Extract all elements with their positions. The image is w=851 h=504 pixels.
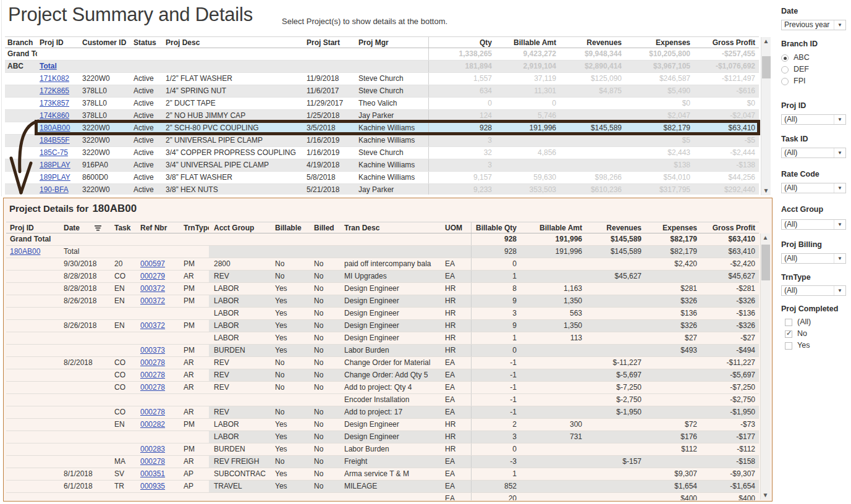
table-row[interactable]: 172K865378LL0Active1/4” SPRING NUT11/6/2… [5,85,759,98]
table-row[interactable]: 190-BFA3220W0Active3/8” HEX NUTS5/21/201… [5,184,759,195]
chevron-down-icon[interactable]: ▼ [834,115,845,124]
chevron-down-icon[interactable]: ▼ [834,148,845,158]
link-ref_nbr[interactable]: 000372 [140,284,165,293]
table-row[interactable]: 000373PMBURDENYesNoLabor BurdenHR0$493-$… [6,345,759,357]
link-proj_id[interactable]: 173K857 [40,99,69,107]
link-ref_nbr[interactable]: 000283 [140,445,165,453]
link-proj_id[interactable]: 171K082 [40,74,69,83]
link-ref_nbr[interactable]: 000372 [140,296,165,305]
scroll-down-icon[interactable]: ▼ [761,187,771,195]
table-row[interactable]: 000283PMBURDENYesNoLabor BurdenHR0$112-$… [6,443,759,456]
table-row[interactable]: Encoder InstallationEA-1$-2,750-$2,750 [6,394,759,406]
column-header-date[interactable]: Date [62,222,110,233]
table-row[interactable]: LABORYesNoDesign EngineerHR3563$136-$136 [6,308,759,320]
column-header-expenses[interactable]: Expenses [625,37,694,48]
column-header-revenues[interactable]: Revenues [560,37,625,48]
chevron-down-icon[interactable]: ▼ [834,286,845,295]
filter-proj-billing-select[interactable]: (All) ▼ [781,253,846,264]
column-header-acct_group[interactable]: Acct Group [209,222,272,233]
table-row[interactable]: 8/2/2018CO000278ARREVNoNoChange Order fo… [6,357,759,369]
table-row[interactable]: CO000278ARREVNoNoChange Order: Add Qty 5… [6,369,759,382]
table-row[interactable]: 8/1/2018SV000351APSUBCONTRACYesNoArma se… [6,468,759,481]
column-header-proj_id[interactable]: Proj ID [6,222,62,233]
column-header-trntype[interactable]: TrnType [179,222,209,233]
table-row[interactable]: CO000278ARREVNoNoAdd to project: 17EA-1$… [6,406,759,419]
table-row[interactable]: EN000282PMLABORYesNoDesign EngineerHR230… [6,419,759,431]
filter-trntype-select[interactable]: (All) ▼ [781,285,846,296]
column-header-expenses[interactable]: Expenses [645,222,701,233]
link-ref_nbr[interactable]: 000278 [140,457,165,466]
table-row[interactable]: 171K0823220W0Active1/2” FLAT WASHER11/9/… [5,73,759,85]
filter-proj-completed-no[interactable]: No [785,330,851,339]
table-row[interactable]: EA20$400$400 [6,493,759,500]
link-ref_nbr[interactable]: 000278 [140,383,165,392]
table-row[interactable]: 6/1/2018TR000935APTRAVELYesNoMILEAGEEA85… [6,481,759,493]
table-row[interactable]: 184B55F3220W0Active2” UNIVERSAL PIPE CLA… [5,135,759,147]
column-header-customer_id[interactable]: Customer ID [80,37,131,48]
filter-branch-radio-fpi[interactable]: FPI [781,77,849,86]
table-row[interactable]: MA000278ARREV FREIGHNoNoFreightEA-3$-157… [6,456,759,468]
link-ref_nbr[interactable]: 000372 [140,321,165,330]
chevron-down-icon[interactable]: ▼ [834,20,845,30]
column-header-gross_profit[interactable]: Gross Profit [694,37,759,48]
table-row[interactable]: LABORYesNoDesign EngineerHR1113$27-$27 [6,332,759,345]
link-ref_nbr[interactable]: 000278 [140,358,165,367]
table-row[interactable]: 8/28/2018EN000372PMLABORYesNoDesign Engi… [6,283,759,295]
column-header-proj_desc[interactable]: Proj Desc [163,37,304,48]
table-row[interactable]: 185C-753220W0Active3/4” COPPER PROPRESS … [5,147,759,159]
link-proj_id[interactable]: 180AB00 [10,247,40,256]
scrollbar-thumb[interactable] [762,56,771,78]
filter-branch-radio-def[interactable]: DEF [781,65,849,75]
link-ref_nbr[interactable]: 000278 [140,371,165,379]
link-proj_id[interactable]: 172K865 [40,86,69,95]
table-row[interactable]: 8/28/2018CO000279ARREVNoNoMI UpgradesEA1… [6,271,759,283]
link-ref_nbr[interactable]: 000279 [140,272,165,280]
link-ref_nbr[interactable]: 000278 [140,408,165,416]
column-header-billable_qty[interactable]: Billable Qty [471,222,520,233]
table-row[interactable]: CO000278ARREVNoNoAdd to project: Qty 4EA… [6,382,759,394]
column-header-status[interactable]: Status [131,37,163,48]
column-header-start_date[interactable]: Proj Start Date [304,37,355,48]
table-row[interactable]: 8/26/2018EN000372PMLABORYesNoDesign Engi… [6,320,759,332]
column-header-proj_mgr[interactable]: Proj Mgr [355,37,428,48]
scrollbar-thumb[interactable] [761,245,770,280]
summary-rows[interactable]: Grand Total1,338,2659,423,272$9,948,344$… [5,48,759,195]
table-row[interactable]: ABCTotal181,8942,919,104$2,890,414$3,967… [5,61,759,73]
column-header-tran_desc[interactable]: Tran Desc [341,222,440,233]
filter-task-id-select[interactable]: (All) ▼ [781,148,846,158]
column-header-billable[interactable]: Billable [272,222,309,233]
column-header-billed[interactable]: Billed [309,222,341,233]
filter-branch-radio-abc[interactable]: ABC [781,54,849,63]
chevron-down-icon[interactable]: ▼ [834,254,845,263]
table-row[interactable]: Grand Total928191,996$145,589$82,179$63,… [6,233,759,246]
filter-date-select[interactable]: Previous year ▼ [781,20,846,30]
chevron-down-icon[interactable]: ▼ [834,183,845,193]
column-header-branch[interactable]: Branch [5,37,37,48]
link-ref_nbr[interactable]: 000597 [140,259,165,268]
table-row[interactable]: LABORYesNoDesign EngineerHR3731$176-$177 [6,431,759,443]
table-row[interactable]: 188PLAY916PA0Active3/4” UNIVERSAL PIPE C… [5,159,759,172]
summary-scrollbar[interactable]: ▲ ▼ [761,37,771,195]
column-header-revenues[interactable]: Revenues [586,222,645,233]
table-row[interactable]: 174K860378LL0Active2” NO HUB JIMMY CAP1/… [5,110,759,122]
table-row[interactable]: 180AB003220W0Active2” SCH-80 PVC COUPLIN… [5,122,759,135]
filter-proj-id-select[interactable]: (All) ▼ [781,114,846,125]
filter-acct-group-select[interactable]: (All) ▼ [781,219,846,230]
column-header-ref_nbr[interactable]: Ref Nbr [137,222,179,233]
link-ref_nbr[interactable]: 000282 [140,420,165,429]
filter-rate-code-select[interactable]: (All) ▼ [781,183,846,193]
chevron-down-icon[interactable]: ▼ [834,220,845,229]
link-ref_nbr[interactable]: 000935 [140,482,165,490]
link-ref_nbr[interactable]: 000351 [140,469,165,478]
table-row[interactable]: Grand Total1,338,2659,423,272$9,948,344$… [5,48,759,61]
column-header-task[interactable]: Task [110,222,137,233]
table-row[interactable]: 189PLAY8600D0Active3/8” FLAT WASHER5/8/2… [5,172,759,184]
filter-proj-completed-yes[interactable]: Yes [785,342,851,351]
column-header-gross_profit[interactable]: Gross Profit [701,222,759,233]
filter-proj-completed-all[interactable]: (All) [785,318,851,327]
column-header-billable_amt[interactable]: Billable Amt [520,222,586,233]
table-row[interactable]: 173K857378LL0Active2” DUCT TAPE11/29/201… [5,98,759,110]
table-row[interactable]: 180AB00Total928191,996$145,589$82,179$63… [6,246,759,258]
scroll-up-icon[interactable]: ▲ [761,233,770,242]
column-header-uom[interactable]: UOM [440,222,471,233]
